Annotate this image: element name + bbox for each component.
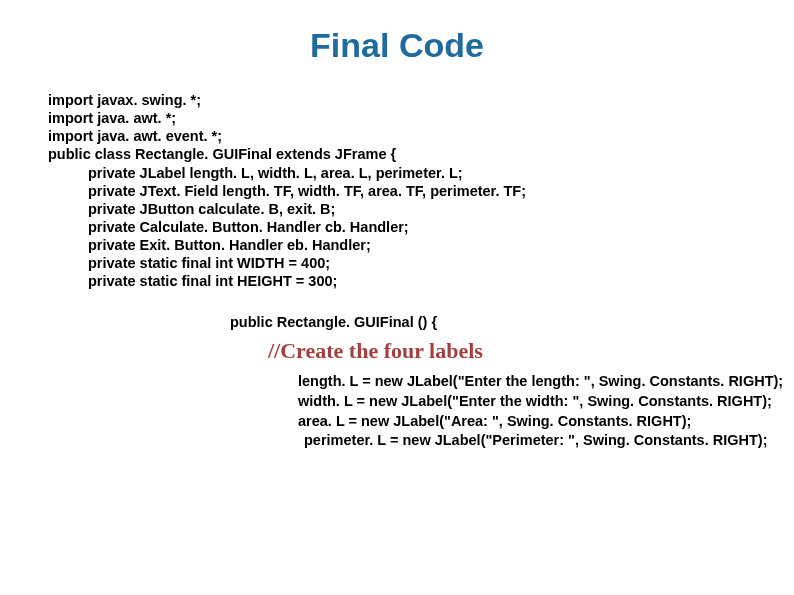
label-creation-block: length. L = new JLabel("Enter the length… (298, 372, 794, 450)
label-line-length: length. L = new JLabel("Enter the length… (298, 372, 794, 392)
label-line-width: width. L = new JLabel("Enter the width: … (298, 392, 794, 412)
code-line-width-const: private static final int WIDTH = 400; (48, 254, 794, 272)
code-block: import javax. swing. *; import java. awt… (48, 91, 794, 290)
constructor-line: public Rectangle. GUIFinal () { (230, 314, 794, 330)
code-line-field-buttons: private JButton calculate. B, exit. B; (48, 200, 794, 218)
code-line-field-textfields: private JText. Field length. TF, width. … (48, 182, 794, 200)
code-line-import3: import java. awt. event. *; (48, 127, 794, 145)
label-line-perimeter: perimeter. L = new JLabel("Perimeter: ",… (298, 431, 794, 451)
code-line-import2: import java. awt. *; (48, 109, 794, 127)
code-line-field-labels: private JLabel length. L, width. L, area… (48, 164, 794, 182)
label-line-area: area. L = new JLabel("Area: ", Swing. Co… (298, 412, 794, 432)
code-line-field-cbhandler: private Calculate. Button. Handler cb. H… (48, 218, 794, 236)
code-line-field-ebhandler: private Exit. Button. Handler eb. Handle… (48, 236, 794, 254)
slide-title: Final Code (0, 26, 794, 65)
section-comment: //Create the four labels (268, 338, 794, 364)
code-line-class-decl: public class Rectangle. GUIFinal extends… (48, 145, 794, 163)
code-line-import1: import javax. swing. *; (48, 91, 794, 109)
code-line-height-const: private static final int HEIGHT = 300; (48, 272, 794, 290)
